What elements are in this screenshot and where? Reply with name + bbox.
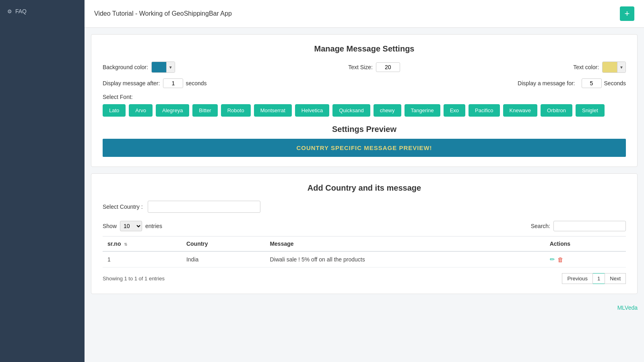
preview-banner: COUNTRY SPECIFIC MESSAGE PREVIEW! [103, 139, 626, 157]
sort-icon-srno: ⇅ [124, 242, 127, 247]
add-country-title: Add Country and its message [103, 183, 626, 193]
display-after-unit: seconds [186, 80, 206, 86]
font-btn-montserrat[interactable]: Montserrat [254, 104, 292, 117]
search-label: Search: [531, 223, 550, 229]
display-for-unit: Seconds [604, 80, 626, 86]
font-btn-pacifico[interactable]: Pacifico [469, 104, 500, 117]
font-btn-helvetica[interactable]: Helvetica [295, 104, 329, 117]
table-row: 1 India Diwali sale ! 5% off on all the … [103, 251, 626, 267]
delete-icon[interactable]: 🗑 [557, 256, 564, 263]
table-controls: Show 10 25 50 entries Search: [103, 221, 626, 231]
cell-country: India [182, 251, 265, 267]
font-btn-chewy[interactable]: chewy [374, 104, 401, 117]
font-btn-knewave[interactable]: Knewave [503, 104, 537, 117]
edit-icon[interactable]: ✏ [550, 256, 555, 263]
page-title: Video Tutorial - Working of GeoShippingB… [94, 10, 232, 17]
font-btn-roboto[interactable]: Roboto [221, 104, 251, 117]
search-input[interactable] [553, 221, 626, 231]
font-btn-exo[interactable]: Exo [444, 104, 465, 117]
country-select-input[interactable] [148, 201, 260, 213]
font-btn-orbitron[interactable]: Orbitron [541, 104, 572, 117]
entries-label: entries [145, 223, 162, 229]
previous-button[interactable]: Previous [562, 273, 593, 284]
bg-color-picker[interactable]: ▼ [151, 62, 175, 73]
settings-row-2: Display message after: seconds Display a… [103, 78, 626, 88]
display-for-label: Display a message for: [518, 80, 575, 86]
col-srno: sr.no ⇅ [103, 237, 182, 252]
font-btn-tangerine[interactable]: Tangerine [405, 104, 440, 117]
font-select-section: Select Font: LatoArvoAlegreyaBitterRobot… [103, 94, 626, 117]
text-color-arrow[interactable]: ▼ [617, 62, 625, 72]
font-btn-quicksand[interactable]: Quicksand [332, 104, 370, 117]
main-content: Video Tutorial - Working of GeoShippingB… [85, 0, 644, 362]
table-header-row: sr.no ⇅ Country Message Actions [103, 237, 626, 252]
pagination-info: Showing 1 to 1 of 1 entries [103, 276, 165, 282]
font-btn-lato[interactable]: Lato [103, 104, 126, 117]
font-btn-bitter[interactable]: Bitter [192, 104, 217, 117]
pagination-btns: Previous 1 Next [562, 273, 626, 284]
col-country: Country [182, 237, 265, 252]
next-button[interactable]: Next [605, 273, 626, 284]
header-bar: Video Tutorial - Working of GeoShippingB… [85, 0, 644, 28]
country-select-label: Select Country : [103, 204, 143, 210]
entries-select[interactable]: 10 25 50 [120, 221, 142, 231]
sidebar-faq-label: FAQ [15, 8, 27, 14]
text-size-input[interactable] [376, 62, 400, 72]
col-message: Message [265, 237, 545, 252]
preview-title: Settings Preview [103, 125, 626, 134]
font-btn-arvo[interactable]: Arvo [129, 104, 153, 117]
add-button[interactable]: + [620, 6, 634, 21]
footer: MLVeda [85, 300, 644, 315]
manage-settings-card: Manage Message Settings Background color… [91, 34, 638, 167]
show-entries: Show 10 25 50 entries [103, 221, 162, 231]
display-after-label: Display message after: [103, 80, 160, 86]
page-number: 1 [593, 273, 605, 284]
text-color-swatch [603, 62, 617, 72]
bg-color-swatch [152, 62, 166, 72]
gear-icon: ⚙ [7, 8, 12, 14]
settings-row-1: Background color: ▼ Text Size: Text colo… [103, 62, 626, 73]
display-after-input[interactable] [163, 78, 183, 88]
add-country-card: Add Country and its message Select Count… [91, 173, 638, 294]
country-select-row: Select Country : [103, 201, 626, 213]
font-btn-alegreya[interactable]: Alegreya [156, 104, 189, 117]
bg-color-arrow[interactable]: ▼ [166, 62, 175, 72]
font-buttons-container: LatoArvoAlegreyaBitterRobotoMontserratHe… [103, 104, 626, 117]
action-icons: ✏ 🗑 [550, 256, 621, 263]
display-for-input[interactable] [582, 78, 602, 88]
cell-message: Diwali sale ! 5% off on all the products [265, 251, 545, 267]
cell-srno: 1 [103, 251, 182, 267]
sidebar: ⚙ FAQ [0, 0, 85, 362]
text-color-picker[interactable]: ▼ [602, 62, 626, 73]
country-table: sr.no ⇅ Country Message Actions 1 India … [103, 236, 626, 267]
bg-color-label: Background color: [103, 64, 148, 70]
cell-actions: ✏ 🗑 [545, 251, 626, 267]
manage-settings-title: Manage Message Settings [103, 44, 626, 53]
text-color-label: Text color: [573, 64, 599, 70]
text-size-label: Text Size: [348, 64, 373, 70]
brand-name: MLVeda [617, 304, 638, 311]
pagination-row: Showing 1 to 1 of 1 entries Previous 1 N… [103, 273, 626, 284]
show-label: Show [103, 223, 117, 229]
search-row: Search: [531, 221, 626, 231]
font-btn-sniglet[interactable]: Sniglet [576, 104, 605, 117]
font-label: Select Font: [103, 94, 626, 100]
col-actions: Actions [545, 237, 626, 252]
sidebar-item-faq[interactable]: ⚙ FAQ [0, 4, 85, 19]
